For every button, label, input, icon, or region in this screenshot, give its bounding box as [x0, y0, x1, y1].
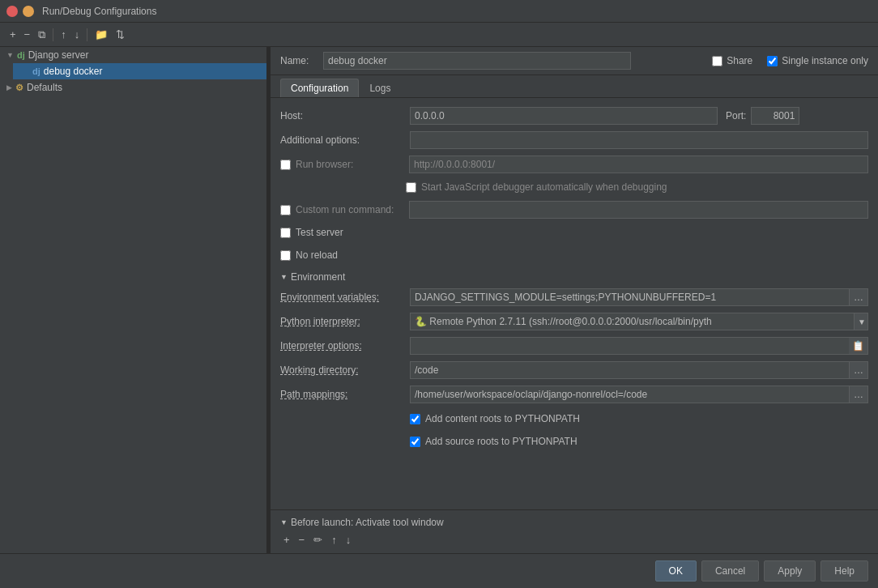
- share-label: Share: [727, 55, 752, 66]
- add-source-roots-label: Add source roots to PYTHONPATH: [425, 436, 578, 447]
- before-launch-edit-button[interactable]: ✏: [310, 533, 326, 547]
- tab-configuration[interactable]: Configuration: [280, 79, 359, 97]
- section-arrow-icon: ▼: [280, 273, 288, 281]
- js-debugger-checkbox[interactable]: [406, 182, 416, 193]
- interpreter-options-input[interactable]: [410, 337, 849, 355]
- add-config-button[interactable]: +: [6, 27, 19, 42]
- tree-item-defaults-label: Defaults: [27, 82, 62, 93]
- test-server-row: Test server: [280, 223, 868, 242]
- minimize-button[interactable]: [23, 6, 34, 17]
- run-browser-input[interactable]: [409, 156, 868, 173]
- add-source-roots-checkbox[interactable]: [410, 437, 420, 447]
- django-child-icon: dj: [32, 66, 40, 76]
- working-directory-input[interactable]: [410, 361, 850, 379]
- run-browser-row: Run browser:: [280, 155, 868, 174]
- tree-children: dj debug docker: [0, 63, 266, 79]
- python-interpreter-label: Python interpreter:: [280, 316, 410, 327]
- test-server-checkbox[interactable]: [280, 228, 291, 238]
- run-browser-checkbox[interactable]: [280, 160, 291, 170]
- single-instance-checkbox[interactable]: [767, 56, 778, 66]
- add-source-roots-row: Add source roots to PYTHONPATH: [280, 432, 868, 451]
- top-toolbar: + − ⧉ ↑ ↓ 📁 ⇅: [0, 23, 878, 47]
- before-launch-header[interactable]: ▼ Before launch: Activate tool window: [280, 517, 868, 528]
- interpreter-dropdown-button[interactable]: ▼: [854, 313, 868, 330]
- interpreter-options-label: Interpreter options:: [280, 340, 410, 352]
- move-up-button[interactable]: ↑: [58, 27, 70, 42]
- env-vars-input-group: …: [410, 288, 868, 306]
- name-label: Name:: [280, 55, 317, 66]
- add-content-roots-checkbox[interactable]: [410, 414, 420, 424]
- dialog-body: ▼ dj Django server dj debug docker ▶ ⚙ D…: [0, 47, 878, 553]
- dialog: + − ⧉ ↑ ↓ 📁 ⇅ ▼ dj Django server dj debu…: [0, 23, 878, 588]
- help-button[interactable]: Help: [820, 560, 868, 582]
- js-debugger-row: Start JavaScript debugger automatically …: [280, 177, 868, 197]
- window-controls[interactable]: [6, 6, 34, 17]
- interpreter-options-browse-button[interactable]: 📋: [849, 337, 868, 355]
- dialog-title: Run/Debug Configurations: [42, 6, 156, 17]
- before-launch-toolbar: + − ✏ ↑ ↓: [280, 533, 868, 547]
- close-button[interactable]: [6, 6, 18, 17]
- working-directory-label: Working directory:: [280, 364, 410, 376]
- host-label: Host:: [280, 110, 410, 121]
- path-mappings-input[interactable]: [410, 386, 850, 403]
- interpreter-input-group: 🐍 Remote Python 2.7.11 (ssh://root@0.0.0…: [410, 313, 868, 330]
- toolbar-separator: [53, 28, 53, 41]
- arrow-right-icon: ▶: [6, 83, 12, 92]
- test-server-label: Test server: [296, 227, 343, 238]
- tree-group-django[interactable]: ▼ dj Django server: [0, 47, 266, 63]
- apply-button[interactable]: Apply: [764, 560, 816, 582]
- toolbar-separator-2: [87, 28, 87, 41]
- env-vars-label: Environment variables:: [280, 292, 410, 303]
- ok-button[interactable]: OK: [655, 560, 697, 582]
- before-launch-section: ▼ Before launch: Activate tool window + …: [271, 509, 878, 553]
- sort-button[interactable]: ⇅: [113, 27, 128, 42]
- before-launch-label: Before launch: Activate tool window: [291, 517, 444, 528]
- working-directory-row: Working directory: …: [280, 360, 868, 380]
- copy-config-button[interactable]: ⧉: [35, 27, 49, 43]
- cancel-button[interactable]: Cancel: [701, 560, 759, 582]
- share-area: Share: [712, 55, 752, 66]
- left-panel: ▼ dj Django server dj debug docker ▶ ⚙ D…: [0, 47, 267, 553]
- env-vars-browse-button[interactable]: …: [850, 288, 868, 306]
- arrow-down-icon: ▼: [6, 51, 14, 59]
- defaults-icon: ⚙: [15, 83, 23, 93]
- working-directory-browse-button[interactable]: …: [850, 361, 868, 379]
- django-icon: dj: [17, 50, 25, 60]
- before-launch-up-button[interactable]: ↑: [328, 533, 340, 547]
- environment-label: Environment: [291, 271, 345, 283]
- no-reload-checkbox[interactable]: [280, 250, 291, 261]
- additional-options-row: Additional options:: [280, 130, 868, 150]
- name-input[interactable]: [323, 52, 631, 70]
- interpreter-options-row: Interpreter options: 📋: [280, 336, 868, 356]
- env-vars-input[interactable]: [410, 288, 850, 306]
- move-down-button[interactable]: ↓: [71, 27, 83, 42]
- custom-run-command-checkbox[interactable]: [280, 205, 291, 215]
- no-reload-row: No reload: [280, 245, 868, 265]
- host-row: Host: Port:: [280, 106, 868, 126]
- additional-options-input[interactable]: [410, 131, 868, 149]
- folder-button[interactable]: 📁: [92, 27, 111, 42]
- add-content-roots-label: Add content roots to PYTHONPATH: [425, 413, 580, 424]
- share-checkbox[interactable]: [712, 56, 722, 66]
- path-mappings-browse-button[interactable]: …: [850, 386, 868, 403]
- before-launch-add-button[interactable]: +: [280, 533, 293, 547]
- interpreter-select[interactable]: 🐍 Remote Python 2.7.11 (ssh://root@0.0.0…: [410, 313, 854, 330]
- port-label: Port:: [726, 110, 746, 121]
- before-launch-down-button[interactable]: ↓: [343, 533, 355, 547]
- path-mappings-input-group: …: [410, 386, 868, 403]
- env-vars-row: Environment variables: …: [280, 288, 868, 307]
- host-input[interactable]: [410, 107, 718, 125]
- path-mappings-label: Path mappings:: [280, 389, 410, 400]
- path-mappings-row: Path mappings: …: [280, 385, 868, 404]
- single-instance-area: Single instance only: [767, 55, 868, 66]
- tree-item-debug-docker[interactable]: dj debug docker: [13, 63, 266, 79]
- remove-config-button[interactable]: −: [21, 27, 34, 42]
- custom-run-command-input[interactable]: [409, 201, 868, 219]
- additional-options-label: Additional options:: [280, 134, 410, 146]
- environment-section-header[interactable]: ▼ Environment: [280, 271, 868, 283]
- before-launch-remove-button[interactable]: −: [296, 533, 309, 547]
- tab-logs[interactable]: Logs: [359, 79, 401, 97]
- tree-item-defaults[interactable]: ▶ ⚙ Defaults: [0, 79, 266, 96]
- port-input[interactable]: [751, 107, 799, 125]
- right-panel: Name: Share Single instance only Configu…: [271, 47, 878, 553]
